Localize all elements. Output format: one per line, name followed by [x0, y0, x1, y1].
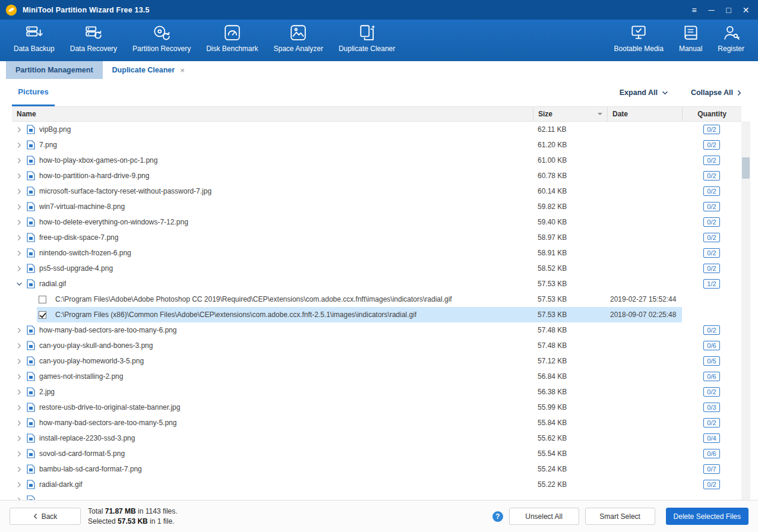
table-row[interactable]: win7-virtual-machine-8.png 59.82 KB 0/2	[12, 199, 741, 214]
toolbar-item-data-recovery[interactable]: Data Recovery	[62, 24, 125, 53]
table-row[interactable]: bambu-lab-sd-card-format-7.png 55.24 KB …	[12, 461, 741, 477]
table-row[interactable]: restore-usb-drive-to-original-state-bann…	[12, 400, 741, 415]
selection-stats: Total 71.87 MB in 1143 files. Selected 5…	[88, 506, 178, 527]
table-row[interactable]: how-to-play-xbox-games-on-pc-1.png 61.00…	[12, 153, 741, 168]
table-row[interactable]: radial-dark.gif 55.22 KB 0/2	[12, 477, 741, 492]
expand-chevron-icon[interactable]	[15, 435, 23, 442]
expand-all-button[interactable]: Expand All	[620, 88, 668, 97]
table-row[interactable]: can-you-play-homeworld-3-5.png 57.12 KB …	[12, 353, 741, 369]
expand-chevron-icon[interactable]	[15, 482, 23, 488]
size-sort-dropdown-icon[interactable]	[598, 113, 602, 118]
file-name: how-to-partition-a-hard-drive-9.png	[39, 172, 149, 180]
expand-chevron-icon[interactable]	[15, 188, 23, 195]
table-row[interactable]: free-up-disk-space-7.png 58.97 KB 0/2	[12, 230, 741, 245]
menu-icon[interactable]: ≡	[686, 2, 703, 18]
file-checkbox[interactable]	[39, 311, 46, 319]
toolbar-item-bootable-media[interactable]: Bootable Media	[607, 24, 671, 53]
expand-chevron-icon[interactable]	[15, 358, 23, 365]
toolbar-item-space-analyzer[interactable]: Space Analyzer	[266, 24, 331, 53]
column-header-size[interactable]: Size	[533, 107, 607, 121]
expand-chevron-icon[interactable]	[15, 265, 23, 272]
column-header-name[interactable]: Name	[12, 107, 533, 121]
file-name: 2.jpg	[39, 388, 55, 396]
toolbar-item-partition-recovery[interactable]: Partition Recovery	[125, 24, 198, 53]
table-row[interactable]: sovol-sd-card-format-5.png 55.54 KB 0/6	[12, 446, 741, 461]
table-row[interactable]: how-to-delete-everything-on-windows-7-12…	[12, 214, 741, 230]
expand-chevron-icon[interactable]	[15, 466, 23, 473]
table-row[interactable]: ps5-ssd-upgrade-4.png 58.52 KB 0/2	[12, 261, 741, 276]
expand-chevron-icon[interactable]	[15, 204, 23, 210]
toolbar-item-manual[interactable]: Manual	[671, 24, 710, 53]
tab-duplicate-cleaner[interactable]: Duplicate Cleaner ×	[103, 61, 194, 79]
table-row[interactable]: vipBg.png 62.11 KB 0/2	[12, 122, 741, 137]
quantity-badge: 0/2	[703, 217, 719, 227]
file-size: 61.00 KB	[533, 156, 607, 164]
file-name: how-to-play-xbox-games-on-pc-1.png	[39, 156, 157, 164]
expand-chevron-icon[interactable]	[15, 327, 23, 334]
collapse-all-button[interactable]: Collapse All	[691, 88, 741, 97]
scrollbar-thumb[interactable]	[742, 157, 750, 179]
back-button[interactable]: Back	[10, 508, 81, 525]
toolbar-item-data-backup[interactable]: Data Backup	[6, 24, 62, 53]
expand-chevron-icon[interactable]	[15, 142, 23, 148]
table-row[interactable]: radial.gif 57.53 KB 1/2	[12, 276, 741, 292]
file-name: sovol-sd-card-format-5.png	[39, 449, 125, 458]
table-row[interactable]: microsoft-surface-factory-reset-without-…	[12, 183, 741, 199]
file-checkbox[interactable]	[39, 296, 46, 303]
file-name: install-replace-2230-ssd-3.png	[39, 434, 135, 442]
image-file-icon	[27, 125, 35, 134]
file-name: win7-virtual-machine-8.png	[39, 202, 125, 211]
toolbar-item-register[interactable]: Register	[710, 24, 752, 53]
expand-chevron-icon[interactable]	[15, 157, 23, 164]
expand-chevron-icon[interactable]	[15, 235, 23, 241]
duplicate-file-row[interactable]: C:\Program Files\Adobe\Adobe Photoshop C…	[12, 292, 741, 307]
expand-chevron-icon[interactable]	[15, 219, 23, 226]
total-size-value: 71.87 MB	[105, 507, 136, 515]
expand-chevron-icon[interactable]	[15, 373, 23, 380]
smart-select-button[interactable]: Smart Select	[585, 508, 655, 525]
minimize-icon[interactable]: ─	[703, 2, 720, 18]
delete-selected-files-button[interactable]: Delete Selected Files	[666, 508, 748, 525]
table-row[interactable]	[12, 492, 741, 500]
data-recovery-icon	[84, 24, 102, 42]
table-row[interactable]: how-to-partition-a-hard-drive-9.png 60.7…	[12, 168, 741, 183]
column-header-quantity[interactable]: Quantity	[682, 107, 741, 121]
vertical-scrollbar[interactable]	[741, 122, 750, 500]
selected-size-value: 57.53 KB	[118, 517, 148, 525]
tab-pictures[interactable]: Pictures	[12, 79, 55, 106]
expand-chevron-icon[interactable]	[15, 389, 23, 395]
table-row[interactable]: can-you-play-skull-and-bones-3.png 57.48…	[12, 338, 741, 353]
quantity-badge: 0/2	[703, 387, 719, 397]
expand-chevron-icon[interactable]	[15, 250, 23, 256]
image-file-icon	[27, 341, 35, 350]
expand-chevron-icon[interactable]	[15, 126, 23, 133]
expand-chevron-icon[interactable]	[15, 497, 23, 501]
toolbar-item-duplicate-cleaner[interactable]: Duplicate Cleaner	[331, 24, 403, 53]
column-header-date[interactable]: Date	[607, 107, 682, 121]
expand-chevron-icon[interactable]	[15, 420, 23, 426]
close-icon[interactable]: ✕	[737, 2, 754, 18]
toolbar-item-disk-benchmark[interactable]: Disk Benchmark	[198, 24, 266, 53]
expand-chevron-icon[interactable]	[15, 173, 23, 179]
table-row[interactable]: nintendo-switch-frozen-6.png 58.91 KB 0/…	[12, 245, 741, 261]
table-row[interactable]: 7.png 61.20 KB 0/2	[12, 137, 741, 153]
duplicate-file-row[interactable]: C:\Program Files (x86)\Common Files\Adob…	[12, 307, 741, 322]
image-file-icon	[27, 356, 35, 366]
unselect-all-button[interactable]: Unselect All	[509, 508, 579, 525]
table-row[interactable]: how-many-bad-sectors-are-too-many-5.png …	[12, 415, 741, 430]
maximize-icon[interactable]: □	[720, 2, 737, 18]
quantity-badge: 0/2	[703, 325, 719, 335]
expand-chevron-icon[interactable]	[15, 343, 23, 349]
image-file-icon	[27, 186, 35, 196]
expand-chevron-icon[interactable]	[15, 404, 23, 411]
table-row[interactable]: 2.jpg 56.38 KB 0/2	[12, 384, 741, 400]
file-size: 57.53 KB	[533, 311, 607, 319]
tab-close-icon[interactable]: ×	[180, 66, 185, 75]
table-row[interactable]: install-replace-2230-ssd-3.png 55.62 KB …	[12, 430, 741, 446]
help-icon[interactable]: ?	[492, 511, 503, 522]
table-row[interactable]: how-many-bad-sectors-are-too-many-6.png …	[12, 322, 741, 338]
tab-partition-management[interactable]: Partition Management	[6, 61, 103, 79]
expand-chevron-icon[interactable]	[15, 282, 23, 286]
expand-chevron-icon[interactable]	[15, 451, 23, 457]
table-row[interactable]: games-not-installing-2.png 56.84 KB 0/6	[12, 369, 741, 384]
